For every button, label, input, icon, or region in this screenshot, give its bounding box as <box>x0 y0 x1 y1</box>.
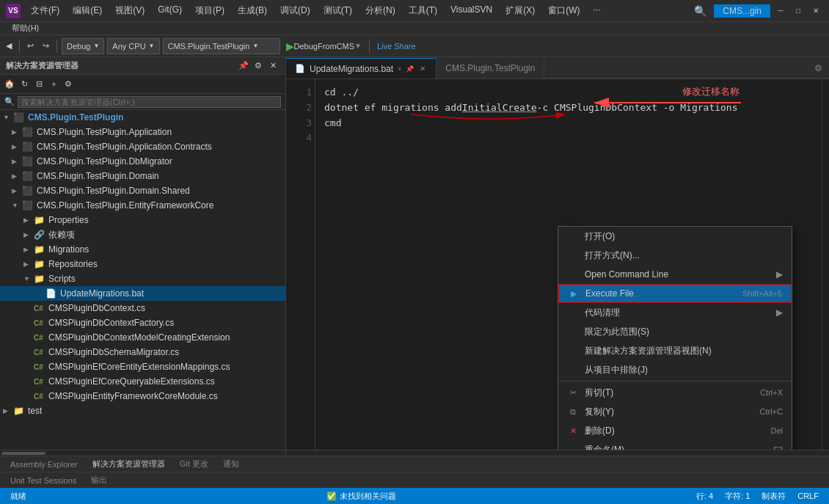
tree-label: CMSPluginDbContextFactory.cs <box>48 318 174 328</box>
filter-icon[interactable]: ⊟ <box>32 78 45 91</box>
tree-item-dbmigrator[interactable]: ▶ ⬛ CMS.Plugin.TestPlugin.DbMigrator <box>0 154 285 169</box>
hscroll-thumb[interactable] <box>1 452 45 455</box>
menu-project[interactable]: 项目(P) <box>189 3 230 18</box>
tree-item-test[interactable]: ▶ 📁 test <box>0 403 285 418</box>
project-icon: ⬛ <box>22 200 34 211</box>
live-share-button[interactable]: Live Share <box>374 38 419 54</box>
ctx-execute-file[interactable]: ▶ Execute File Shift+Alt+5 <box>558 284 792 303</box>
folder-icon: 📁 <box>34 274 45 284</box>
tab-unit-test[interactable]: Unit Test Sessions <box>3 472 84 489</box>
tree-item-scripts[interactable]: ▼ 📁 Scripts <box>0 271 285 286</box>
ctx-delete[interactable]: ✕ 删除(D) Del <box>558 421 792 440</box>
tree-item-dbcontext[interactable]: C# CMSPluginDbContext.cs <box>0 301 285 315</box>
startup-project-dropdown[interactable]: CMS.Plugin.TestPlugin ▼ <box>163 38 280 54</box>
editor-tabs: 📄 UpdateMigrations.bat × 📌 ✕ CMS.Plugin.… <box>286 57 829 79</box>
platform-dropdown[interactable]: Any CPU ▼ <box>107 38 159 54</box>
redo-button[interactable]: ↪ <box>40 38 52 54</box>
tree-label: test <box>28 406 42 416</box>
tab-solution-explorer[interactable]: 解决方案资源管理器 <box>85 456 172 472</box>
ctx-open-with[interactable]: 打开方式(N)... <box>558 246 792 265</box>
menu-extensions[interactable]: 扩展(X) <box>500 3 541 18</box>
tab-settings-button[interactable]: ⚙ <box>807 58 829 78</box>
ctx-new-view[interactable]: 新建解决方案资源管理器视图(N) <box>558 341 792 360</box>
tree-item-migrations[interactable]: ▶ 📁 Migrations <box>0 242 285 257</box>
maximize-button[interactable]: □ <box>791 4 806 18</box>
sync-icon[interactable]: ↻ <box>18 78 31 91</box>
menu-build[interactable]: 生成(B) <box>232 3 273 18</box>
editor-content: 1 2 3 4 cd ../ dotnet ef migrations add … <box>286 79 829 450</box>
chevron-right-icon: ▶ <box>12 187 22 194</box>
menu-analyze[interactable]: 分析(N) <box>359 3 401 18</box>
menu-window[interactable]: 窗口(W) <box>542 3 585 18</box>
menu-edit[interactable]: 编辑(E) <box>67 3 108 18</box>
tree-item-domain-shared[interactable]: ▶ ⬛ CMS.Plugin.TestPlugin.Domain.Shared <box>0 183 285 198</box>
undo-button[interactable]: ↩ <box>24 38 37 54</box>
menu-visualsvn[interactable]: VisualSVN <box>445 3 498 18</box>
sidebar-search-bar: 🔍 <box>0 94 285 110</box>
ctx-open-cmd[interactable]: Open Command Line ▶ <box>558 265 792 284</box>
ctx-exclude[interactable]: 从项目中排除(J) <box>558 360 792 379</box>
ctx-copy[interactable]: ⧉ 复制(Y) Ctrl+C <box>558 402 792 421</box>
debug-config-dropdown[interactable]: Debug ▼ <box>62 38 104 54</box>
menu-file[interactable]: 文件(F) <box>25 3 65 18</box>
tree-item-repositories[interactable]: ▶ 📁 Repositories <box>0 257 285 271</box>
search-icon[interactable]: 🔍 <box>690 5 711 17</box>
chevron-down-icon: ▼ <box>23 275 34 282</box>
tree-item-app[interactable]: ▶ ⬛ CMS.Plugin.TestPlugin.Application <box>0 125 285 139</box>
folder-icon: 📁 <box>13 406 25 416</box>
tree-item-efcore-queryable[interactable]: C# CMSPluginEfCoreQueryableExtensions.cs <box>0 374 285 389</box>
tree-item-update-migrations[interactable]: 📄 UpdateMigrations.bat <box>0 286 285 301</box>
tree-item-dependencies[interactable]: ▶ 🔗 依赖项 <box>0 227 285 242</box>
tree-item-efcore[interactable]: ▼ ⬛ CMS.Plugin.TestPlugin.EntityFramewor… <box>0 198 285 213</box>
tree-item-domain[interactable]: ▶ ⬛ CMS.Plugin.TestPlugin.Domain <box>0 169 285 183</box>
tree-item-efcore-entity[interactable]: C# CMSPluginEfCoreEntityExtensionMapping… <box>0 359 285 374</box>
tab-assembly-explorer[interactable]: Assembly Explorer <box>3 456 85 472</box>
tree-item-dbcontext-factory[interactable]: C# CMSPluginDbContextFactory.cs <box>0 315 285 330</box>
ctx-scope[interactable]: 限定为此范围(S) <box>558 322 792 341</box>
vertical-scrollbar[interactable] <box>822 79 829 450</box>
tree-item-dbschema-migrator[interactable]: C# CMSPluginDbSchemaMigrator.cs <box>0 345 285 359</box>
csharp-file-icon: C# <box>34 304 45 313</box>
char-info[interactable]: 字符: 1 <box>720 491 754 502</box>
minimize-button[interactable]: ─ <box>773 4 788 18</box>
home-icon[interactable]: 🏠 <box>3 78 16 91</box>
line-info[interactable]: 行: 4 <box>692 491 717 502</box>
menu-tools[interactable]: 工具(T) <box>403 3 443 18</box>
menu-help[interactable]: 帮助(H) <box>6 21 45 35</box>
ctx-rename[interactable]: 重命名(M) F2 <box>558 440 792 450</box>
settings-icon[interactable]: ⚙ <box>62 78 75 91</box>
tab-pin-icon[interactable]: 📌 <box>406 65 414 73</box>
ctx-code-cleanup[interactable]: 代码清理 ▶ <box>558 303 792 322</box>
tree-item-properties[interactable]: ▶ 📁 Properties <box>0 213 285 227</box>
menu-test[interactable]: 测试(T) <box>318 3 358 18</box>
add-icon[interactable]: ＋ <box>47 78 60 91</box>
tree-item-root[interactable]: ▼ ⬛ CMS.Plugin.TestPlugin <box>0 110 285 125</box>
ctx-label: Open Command Line <box>585 269 668 280</box>
menu-debug[interactable]: 调试(D) <box>274 3 316 18</box>
close-panel-button[interactable]: ✕ <box>266 59 280 73</box>
tree-item-app-contracts[interactable]: ▶ ⬛ CMS.Plugin.TestPlugin.Application.Co… <box>0 139 285 154</box>
back-button[interactable]: ◀ <box>3 38 15 54</box>
toolbar-sep-3 <box>369 40 370 53</box>
search-input[interactable] <box>18 96 281 108</box>
tree-item-dbcontext-model[interactable]: C# CMSPluginDbContextModelCreatingExtens… <box>0 330 285 345</box>
menu-git[interactable]: Git(G) <box>152 3 188 18</box>
tab-notifications[interactable]: 通知 <box>216 456 246 472</box>
tab-close-button[interactable]: ✕ <box>418 64 427 73</box>
close-button[interactable]: ✕ <box>808 4 823 18</box>
pin-button[interactable]: 📌 <box>237 59 250 73</box>
crlf-info[interactable]: CRLF <box>793 492 823 500</box>
tab-info[interactable]: 制表符 <box>757 491 790 502</box>
menu-more[interactable]: ··· <box>587 3 606 18</box>
tree-item-efcore-module[interactable]: C# CMSPluginEntityFrameworkCoreModule.cs <box>0 389 285 403</box>
settings-button[interactable]: ⚙ <box>252 59 265 73</box>
run-button[interactable]: ▶ DebugFromCMS ▼ <box>283 40 365 52</box>
folder-icon: 📁 <box>34 244 45 255</box>
tab-output[interactable]: 输出 <box>84 472 114 489</box>
tab-git-changes[interactable]: Git 更改 <box>172 456 216 472</box>
ctx-cut[interactable]: ✂ 剪切(T) Ctrl+X <box>558 383 792 402</box>
tab-update-migrations[interactable]: 📄 UpdateMigrations.bat × 📌 ✕ <box>286 58 437 78</box>
menu-view[interactable]: 视图(V) <box>109 3 150 18</box>
ctx-open[interactable]: 打开(O) <box>558 227 792 246</box>
tab-testplugin[interactable]: CMS.Plugin.TestPlugin <box>437 58 544 78</box>
